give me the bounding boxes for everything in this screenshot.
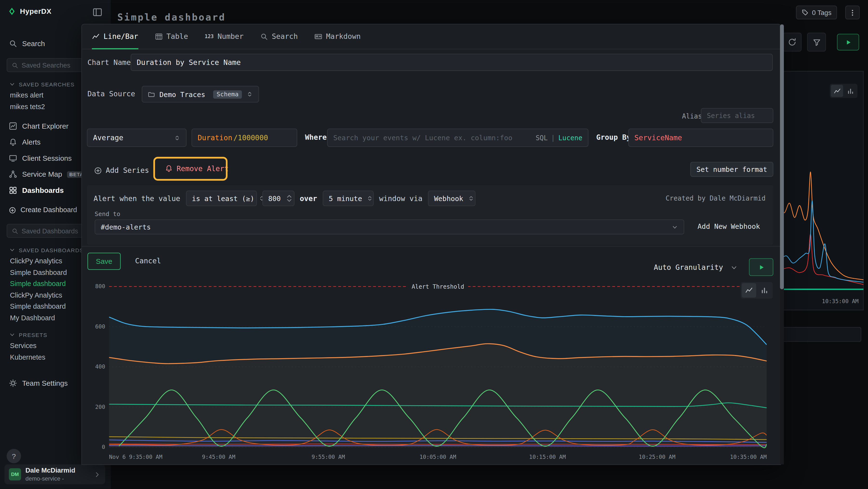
background-dashboard-strip: 10:35:00 AM bbox=[779, 0, 868, 489]
y-axis-label: 200 bbox=[89, 404, 105, 410]
divider: | bbox=[551, 134, 555, 141]
group-by-label: Group By bbox=[596, 133, 631, 141]
scrollbar-thumb[interactable] bbox=[780, 24, 784, 289]
query-language-toggle[interactable]: SQL | Lucene bbox=[536, 134, 583, 141]
alert-condition-select[interactable]: is at least (≥) bbox=[186, 191, 256, 206]
bar-chart-toggle[interactable] bbox=[844, 85, 857, 97]
cancel-button[interactable]: Cancel bbox=[135, 257, 161, 265]
search-icon bbox=[260, 32, 268, 40]
ellipsis-icon bbox=[849, 9, 857, 17]
help-button[interactable]: ? bbox=[7, 449, 21, 463]
tab-number[interactable]: 123Number bbox=[205, 24, 244, 49]
chart-line-icon bbox=[9, 122, 17, 130]
set-number-format-button[interactable]: Set number format bbox=[690, 162, 773, 177]
markdown-icon bbox=[314, 32, 322, 40]
refresh-button[interactable] bbox=[783, 33, 802, 51]
tab-search[interactable]: Search bbox=[260, 24, 298, 49]
search-icon bbox=[11, 62, 18, 68]
line-chart-toggle[interactable] bbox=[831, 85, 843, 97]
saved-dashboards-placeholder: Saved Dashboards bbox=[22, 227, 78, 235]
field-name: Duration bbox=[198, 134, 232, 142]
field-suffix: /1000000 bbox=[234, 134, 268, 142]
group-by-input[interactable]: ServiceName bbox=[628, 128, 774, 147]
granularity-select[interactable]: Auto Granularity bbox=[651, 259, 740, 276]
alias-input[interactable]: Series alias bbox=[701, 108, 774, 123]
user-name: Dale McDiarmid bbox=[26, 467, 75, 475]
brand[interactable]: HyperDX bbox=[8, 7, 51, 16]
y-axis-label: 400 bbox=[89, 364, 105, 370]
modal-scrollbar bbox=[780, 24, 784, 464]
field-input[interactable]: Duration/1000000 bbox=[191, 128, 297, 147]
service-map-icon bbox=[9, 170, 17, 178]
tab-line-bar[interactable]: Line/Bar bbox=[92, 24, 138, 49]
number-icon: 123 bbox=[205, 33, 214, 39]
chart-name-input[interactable]: Duration by Service Name bbox=[131, 54, 773, 71]
table-icon bbox=[155, 32, 162, 40]
bar-chart-toggle[interactable] bbox=[757, 283, 772, 297]
user-subtitle: demo-service - bbox=[26, 475, 75, 482]
alias-label: Alias bbox=[682, 113, 702, 120]
alert-condition-row: Alert when the value is at least (≥) 800… bbox=[94, 191, 475, 206]
send-to-label: Send to bbox=[95, 210, 120, 218]
y-axis-label: 0 bbox=[89, 444, 105, 450]
refresh-icon bbox=[788, 38, 797, 47]
alert-threshold-input[interactable]: 800 bbox=[262, 191, 294, 206]
over-label: over bbox=[300, 194, 317, 202]
search-icon bbox=[11, 227, 18, 234]
page-title: Simple dashboard bbox=[117, 11, 226, 23]
alert-window-select[interactable]: 5 minute bbox=[322, 191, 373, 206]
add-new-webhook-link[interactable]: Add New Webhook bbox=[698, 222, 760, 230]
filter-button[interactable] bbox=[807, 33, 826, 51]
plus-icon bbox=[94, 167, 102, 174]
updown-chevron-icon bbox=[246, 91, 253, 98]
tag-icon bbox=[802, 9, 809, 16]
tab-label: Table bbox=[166, 32, 188, 40]
brand-name: HyperDX bbox=[20, 7, 52, 16]
tab-table[interactable]: Table bbox=[155, 24, 188, 49]
line-chart-icon bbox=[745, 287, 753, 294]
app-root: HyperDX Simple dashboard 0 Tags Search S… bbox=[0, 0, 868, 489]
sidebar-item-label: Chart Explorer bbox=[22, 122, 68, 130]
line-chart-toggle[interactable] bbox=[742, 283, 756, 297]
schema-badge: Schema bbox=[213, 90, 242, 98]
where-label: Where bbox=[305, 133, 327, 141]
alert-prefix: Alert when the value bbox=[94, 194, 180, 202]
data-source-select[interactable]: Demo Traces Schema bbox=[142, 86, 259, 103]
sql-option[interactable]: SQL bbox=[536, 134, 548, 141]
aggregation-select[interactable]: Average bbox=[87, 128, 186, 147]
preview-chart[interactable] bbox=[109, 283, 767, 450]
aggregation-value: Average bbox=[93, 134, 123, 142]
sidebar-item-label: Alerts bbox=[22, 138, 40, 146]
alias-placeholder: Series alias bbox=[707, 112, 755, 119]
x-axis-label: 10:05:00 AM bbox=[420, 454, 456, 460]
sidebar-item-label: Dashboards bbox=[22, 186, 64, 194]
tab-label: Number bbox=[217, 32, 244, 40]
tags-label: 0 Tags bbox=[812, 9, 832, 17]
background-panel-edge bbox=[779, 327, 862, 342]
number-stepper[interactable] bbox=[286, 195, 291, 202]
sidebar-toggle-icon[interactable] bbox=[92, 7, 102, 17]
bar-chart-icon bbox=[761, 287, 768, 294]
x-axis-label: 10:35:00 AM bbox=[822, 298, 859, 304]
run-query-button[interactable] bbox=[837, 34, 859, 51]
chart-editor-panel: Line/BarTable123NumberSearchMarkdown Cha… bbox=[82, 24, 780, 464]
run-chart-button[interactable] bbox=[749, 258, 773, 276]
send-to-select[interactable]: #demo-alerts bbox=[95, 220, 684, 234]
chevron-right-icon bbox=[94, 471, 101, 478]
save-button[interactable]: Save bbox=[88, 253, 121, 270]
grid-icon bbox=[9, 186, 17, 194]
tags-button[interactable]: 0 Tags bbox=[796, 5, 837, 19]
alert-channel-select[interactable]: Webhook bbox=[428, 191, 475, 206]
chart-name-label: Chart Name bbox=[88, 58, 131, 66]
group-by-value: ServiceName bbox=[634, 134, 682, 142]
remove-alert-button[interactable]: Remove Alert bbox=[161, 160, 233, 177]
more-options-button[interactable] bbox=[845, 5, 860, 19]
where-input[interactable]: Search your events w/ Lucene ex. column:… bbox=[327, 128, 589, 147]
add-series-button[interactable]: Add Series bbox=[94, 163, 149, 178]
tab-markdown[interactable]: Markdown bbox=[314, 24, 361, 49]
sidebar-item-label: Search bbox=[22, 39, 45, 48]
user-menu[interactable]: DM Dale McDiarmid demo-service - bbox=[4, 464, 105, 484]
lucene-option[interactable]: Lucene bbox=[558, 134, 583, 141]
x-axis-label: Nov 6 9:35:00 AM bbox=[109, 454, 162, 460]
y-axis-label: 600 bbox=[89, 323, 105, 329]
